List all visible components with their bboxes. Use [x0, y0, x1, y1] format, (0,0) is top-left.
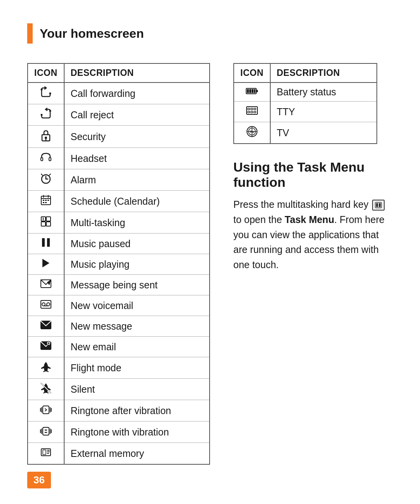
headset-desc: Headset — [64, 148, 210, 169]
new-email-icon — [28, 337, 64, 357]
svg-rect-72 — [251, 108, 253, 110]
task-menu-section: Using the Task Menu function Press the m… — [233, 160, 393, 272]
new-voicemail-desc: New voicemail — [64, 295, 210, 316]
svg-rect-7 — [41, 158, 43, 161]
svg-rect-25 — [46, 217, 51, 221]
multitasking-desc: Multi-tasking — [64, 212, 210, 234]
ringtone-with-vibration-icon — [28, 421, 64, 443]
table-row: Schedule (Calendar) — [28, 191, 210, 212]
left-icon-table: ICON DESCRIPTION — [27, 63, 210, 465]
call-forwarding-desc: Call forwarding — [64, 83, 210, 104]
table-row: Ringtone with vibration — [28, 421, 210, 443]
ringtone-after-vibration-icon — [28, 400, 64, 421]
svg-rect-8 — [49, 158, 51, 161]
external-memory-icon — [28, 443, 64, 465]
svg-rect-75 — [251, 111, 253, 113]
svg-rect-28 — [42, 238, 45, 247]
new-message-desc: New message — [64, 316, 210, 337]
svg-point-2 — [49, 110, 51, 112]
music-paused-desc: Music paused — [64, 234, 210, 254]
table-row: Silent — [28, 379, 210, 400]
call-forwarding-icon — [28, 83, 64, 104]
svg-rect-71 — [248, 108, 250, 110]
table-row: New message — [28, 316, 210, 337]
table-row: Call forwarding — [28, 83, 210, 104]
table-row: New voicemail — [28, 295, 210, 316]
task-menu-text-middle: to open the — [233, 214, 285, 225]
svg-rect-76 — [254, 111, 256, 113]
svg-rect-19 — [45, 200, 47, 201]
svg-line-13 — [49, 174, 51, 175]
battery-status-desc: Battery status — [270, 83, 377, 102]
svg-rect-66 — [247, 89, 249, 93]
svg-line-31 — [41, 280, 46, 284]
svg-rect-68 — [252, 89, 254, 93]
security-icon — [28, 126, 64, 148]
music-paused-icon — [28, 234, 64, 254]
svg-rect-60 — [43, 450, 46, 455]
svg-rect-83 — [376, 203, 378, 207]
alarm-icon — [28, 169, 64, 191]
tty-desc: TTY — [270, 102, 377, 122]
alarm-desc: Alarm — [64, 169, 210, 191]
table-row: Headset — [28, 148, 210, 169]
svg-rect-49 — [43, 406, 49, 414]
svg-marker-33 — [47, 280, 51, 285]
svg-rect-67 — [249, 89, 251, 93]
left-table-icon-header: ICON — [28, 63, 64, 83]
svg-rect-84 — [379, 203, 381, 207]
content-area: ICON DESCRIPTION — [27, 63, 393, 465]
external-memory-desc: External memory — [64, 443, 210, 465]
music-playing-icon — [28, 254, 64, 275]
svg-rect-69 — [254, 89, 256, 93]
headset-icon — [28, 148, 64, 169]
page-header: Your homescreen — [27, 23, 393, 44]
svg-point-35 — [42, 303, 45, 306]
svg-point-36 — [47, 303, 50, 306]
table-row: New email — [28, 337, 210, 357]
multitask-hardkey-icon — [372, 200, 385, 211]
tv-icon: TV — [234, 122, 270, 144]
table-row: Flight mode — [28, 357, 210, 379]
right-section: ICON DESCRIPTION — [233, 63, 393, 272]
table-row: Battery status — [234, 83, 377, 102]
left-table-section: ICON DESCRIPTION — [27, 63, 210, 465]
table-row: Music paused — [28, 234, 210, 254]
silent-desc: Silent — [64, 379, 210, 400]
table-row: External memory — [28, 443, 210, 465]
svg-line-12 — [41, 174, 42, 175]
new-message-icon — [28, 316, 64, 337]
table-row: Security — [28, 126, 210, 148]
table-row: Alarm — [28, 169, 210, 191]
flight-mode-desc: Flight mode — [64, 357, 210, 379]
left-table-desc-header: DESCRIPTION — [64, 63, 210, 83]
new-voicemail-icon — [28, 295, 64, 316]
svg-text:TV: TV — [250, 130, 254, 134]
schedule-desc: Schedule (Calendar) — [64, 191, 210, 212]
svg-rect-29 — [47, 238, 50, 247]
table-row: Ringtone after vibration — [28, 400, 210, 421]
table-row: Multi-tasking — [28, 212, 210, 234]
security-desc: Security — [64, 126, 210, 148]
svg-rect-26 — [41, 222, 46, 226]
svg-rect-21 — [43, 202, 44, 203]
svg-point-3 — [40, 114, 42, 116]
svg-rect-54 — [43, 427, 49, 435]
music-playing-desc: Music playing — [64, 254, 210, 275]
right-table-desc-header: DESCRIPTION — [270, 63, 377, 83]
call-reject-desc: Call reject — [64, 104, 210, 126]
svg-rect-74 — [248, 111, 250, 113]
task-menu-bold: Task Menu — [285, 214, 334, 225]
table-row: Message being sent — [28, 275, 210, 295]
table-row: TTY — [234, 102, 377, 122]
right-table-icon-header: ICON — [234, 63, 270, 83]
table-row: TV TV — [234, 122, 377, 144]
svg-rect-73 — [254, 108, 256, 110]
message-sent-icon — [28, 275, 64, 295]
task-menu-title: Using the Task Menu function — [233, 160, 393, 190]
multitasking-icon — [28, 212, 64, 234]
svg-rect-18 — [43, 200, 44, 201]
svg-rect-20 — [47, 200, 49, 201]
svg-rect-65 — [256, 90, 258, 92]
svg-point-1 — [49, 93, 51, 95]
